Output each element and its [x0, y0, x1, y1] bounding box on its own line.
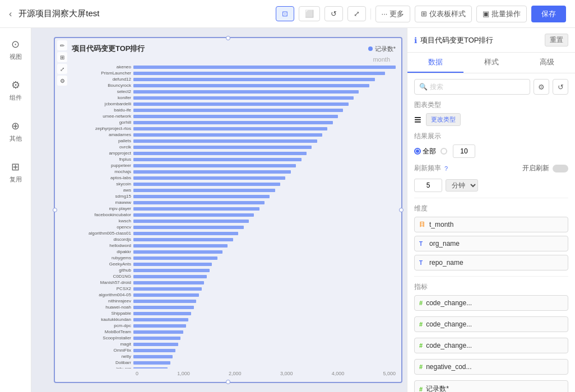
bar-container — [133, 133, 396, 137]
refresh-data-button[interactable]: ↺ — [553, 79, 568, 95]
resize-handle-top[interactable] — [226, 36, 230, 40]
toggle-switch[interactable] — [553, 165, 568, 172]
bar-fill — [133, 170, 291, 174]
radio-all-label: 全部 — [423, 147, 436, 156]
batch-icon: ▣ — [483, 10, 489, 18]
bar-label: mpv-player — [61, 206, 133, 211]
bar-fill — [133, 152, 307, 155]
edit-icon[interactable]: ✏ — [57, 40, 67, 50]
bar-label: opencv — [61, 225, 133, 230]
bar-label: akeneo — [61, 64, 133, 69]
result-display-title: 结果展示 — [414, 132, 568, 141]
bar-fill — [133, 66, 396, 69]
tool-window-button[interactable]: ⬜ — [299, 6, 320, 21]
expand-icon[interactable]: ⤢ — [57, 64, 67, 74]
dashboard-style-button[interactable]: ⊞ 仪表板样式 — [415, 6, 472, 22]
settings-icon[interactable]: ⚙ — [57, 76, 67, 86]
sidebar-item-component[interactable]: ⚙ 组件 — [6, 76, 25, 105]
result-count-input[interactable] — [453, 144, 475, 158]
radio-all[interactable]: 全部 — [414, 147, 436, 156]
dim-repo-name[interactable]: T repo_name — [414, 255, 568, 270]
x-axis-label: 0 — [136, 371, 138, 376]
legend-dot — [368, 46, 373, 51]
bar-row: PrismLauncher — [61, 71, 396, 76]
back-button[interactable]: ‹ — [9, 9, 12, 19]
more-button[interactable]: ··· 更多 — [375, 6, 410, 22]
bar-fill — [133, 238, 233, 241]
bar-label: discordjs — [61, 237, 133, 242]
grid-icon[interactable]: ⊞ — [57, 52, 67, 62]
bar-label: netty — [61, 354, 133, 359]
bar-fill — [133, 96, 354, 100]
enable-refresh-toggle[interactable]: 开启刷新 — [522, 164, 568, 173]
bar-container — [133, 115, 396, 118]
bar-row: facebookincubator — [61, 213, 396, 217]
bar-fill — [133, 330, 183, 334]
enable-refresh-label: 开启刷新 — [522, 164, 549, 173]
bar-container — [133, 213, 396, 217]
bar-row: Dolibarr — [61, 361, 396, 365]
settings-gear-button[interactable]: ⚙ — [534, 79, 549, 95]
refresh-unit-select[interactable]: 分钟 — [446, 179, 478, 192]
tab-advanced[interactable]: 高级 — [519, 53, 575, 73]
indicator-negative-cod[interactable]: # negative_cod... — [414, 359, 568, 375]
refresh-interval-input[interactable] — [414, 179, 442, 192]
bar-container — [133, 102, 396, 106]
tool-screen-button[interactable]: ⊡ — [276, 6, 294, 21]
resize-handle-right[interactable] — [399, 208, 404, 212]
change-type-button[interactable]: 更改类型 — [426, 113, 461, 126]
tab-data[interactable]: 数据 — [407, 53, 463, 73]
chart-type-title: 图表类型 — [414, 100, 568, 110]
bar-fill — [133, 102, 349, 106]
bar-label: Bouncyrock — [61, 83, 133, 88]
bar-row: hellodword — [61, 244, 396, 248]
bar-container — [133, 158, 396, 161]
bar-label: OmniFlix — [61, 348, 133, 353]
indicator-code-change-2[interactable]: # code_change... — [414, 316, 568, 332]
x-axis-label: 5,000 — [383, 371, 396, 376]
info-icon: ℹ — [414, 36, 417, 45]
indicator-code-change-3[interactable]: # code_change... — [414, 338, 568, 353]
bar-row: gorhill — [61, 120, 396, 125]
dim-t-month[interactable]: 日 t_month — [414, 217, 568, 232]
indicator-record-count[interactable]: # 记录数* — [414, 380, 568, 392]
resize-handle-bottom[interactable] — [226, 380, 230, 384]
tab-style[interactable]: 样式 — [463, 53, 520, 73]
bar-row: Bouncyrock — [61, 83, 396, 88]
bar-row: defund12 — [61, 77, 396, 82]
view-icon: ⊙ — [11, 38, 20, 50]
tool-fullscreen-button[interactable]: ⤢ — [347, 6, 366, 21]
batch-operation-button[interactable]: ▣ 批量操作 — [476, 6, 527, 22]
bar-fill — [133, 213, 254, 217]
chart-widget[interactable]: ✏ ⊞ ⤢ ⚙ 项目代码变更TOP排行 记录数* month akeneoPri… — [54, 37, 402, 383]
dim-label-t-month: t_month — [429, 221, 563, 228]
bar-container — [133, 263, 396, 266]
bar-row: ovrclk — [61, 145, 396, 150]
bar-container — [133, 72, 396, 75]
bar-fill — [133, 367, 168, 369]
bar-container — [133, 195, 396, 198]
sidebar-item-reuse[interactable]: ⊞ 复用 — [6, 157, 25, 187]
radio-count[interactable] — [440, 148, 447, 155]
tool-refresh-button[interactable]: ↺ — [324, 6, 343, 21]
dim-org-name[interactable]: T org_name — [414, 236, 568, 251]
hash-icon-4: # — [419, 363, 423, 370]
x-axis-label: 2,000 — [229, 371, 242, 376]
indicator-code-change-1[interactable]: # code_change... — [414, 295, 568, 311]
save-button[interactable]: 保存 — [531, 6, 566, 22]
sidebar-item-other[interactable]: ⊕ 其他 — [6, 116, 25, 146]
bar-container — [133, 90, 396, 94]
bar-label: fnplus — [61, 157, 133, 162]
reset-button[interactable]: 重置 — [545, 34, 568, 46]
bar-label: select2 — [61, 89, 133, 94]
bar-container — [133, 207, 396, 211]
search-field[interactable]: 🔍 搜索 — [414, 79, 530, 95]
indicators-section: 指标 # code_change... # code_change... # c… — [414, 282, 568, 392]
bar-row: nithinrajeev — [61, 299, 396, 304]
dim-label-repo-name: repo_name — [429, 259, 563, 267]
bar-fill — [133, 78, 375, 81]
refresh-title: 刷新频率 — [414, 164, 441, 173]
bar-label: Shippable — [61, 311, 133, 316]
sidebar-item-view[interactable]: ⊙ 视图 — [6, 35, 25, 64]
resize-handle-left[interactable] — [53, 208, 57, 212]
